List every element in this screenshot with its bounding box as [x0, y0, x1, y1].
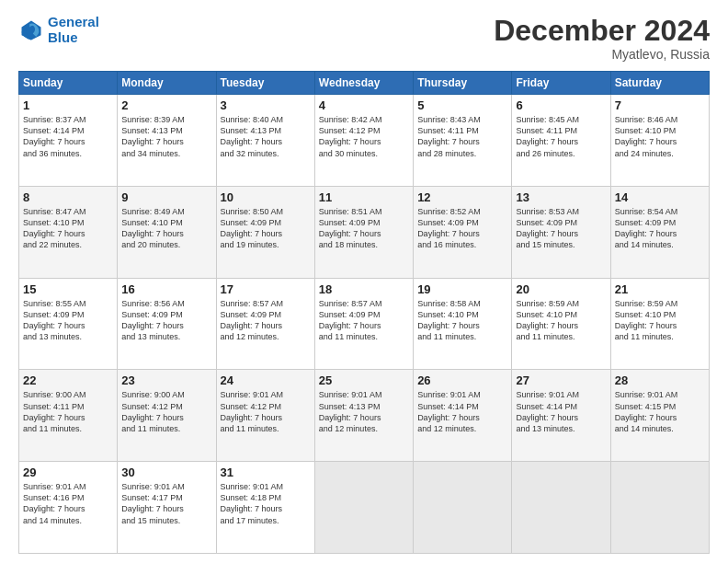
calendar-cell [610, 462, 709, 554]
day-info: Sunrise: 9:00 AM Sunset: 4:11 PM Dayligh… [23, 389, 113, 434]
calendar-header: SundayMondayTuesdayWednesdayThursdayFrid… [19, 72, 710, 95]
day-number: 7 [615, 98, 705, 112]
calendar-table: SundayMondayTuesdayWednesdayThursdayFrid… [18, 71, 710, 554]
day-number: 30 [121, 465, 211, 479]
day-info: Sunrise: 8:55 AM Sunset: 4:09 PM Dayligh… [23, 298, 113, 343]
calendar-cell: 31Sunrise: 9:01 AM Sunset: 4:18 PM Dayli… [216, 462, 314, 554]
calendar-cell [314, 462, 413, 554]
day-info: Sunrise: 9:01 AM Sunset: 4:14 PM Dayligh… [417, 389, 507, 434]
calendar-cell: 6Sunrise: 8:45 AM Sunset: 4:11 PM Daylig… [512, 95, 610, 187]
calendar-cell: 12Sunrise: 8:52 AM Sunset: 4:09 PM Dayli… [414, 186, 512, 278]
day-number: 31 [221, 465, 311, 479]
logo-text: General Blue [48, 15, 99, 45]
calendar-cell: 15Sunrise: 8:55 AM Sunset: 4:09 PM Dayli… [19, 278, 118, 370]
day-number: 25 [319, 373, 409, 387]
location-subtitle: Myatlevo, Russia [494, 47, 710, 62]
day-info: Sunrise: 8:53 AM Sunset: 4:09 PM Dayligh… [516, 206, 606, 251]
calendar-body: 1Sunrise: 8:37 AM Sunset: 4:14 PM Daylig… [19, 95, 710, 554]
day-number: 11 [319, 190, 409, 204]
calendar-cell: 9Sunrise: 8:49 AM Sunset: 4:10 PM Daylig… [118, 186, 216, 278]
calendar-cell: 4Sunrise: 8:42 AM Sunset: 4:12 PM Daylig… [314, 95, 413, 187]
title-block: December 2024 Myatlevo, Russia [494, 15, 710, 62]
col-header-monday: Monday [118, 72, 216, 95]
calendar-cell: 25Sunrise: 9:01 AM Sunset: 4:13 PM Dayli… [314, 370, 413, 462]
day-info: Sunrise: 8:43 AM Sunset: 4:11 PM Dayligh… [417, 114, 507, 159]
day-info: Sunrise: 8:49 AM Sunset: 4:10 PM Dayligh… [121, 206, 211, 251]
day-info: Sunrise: 8:57 AM Sunset: 4:09 PM Dayligh… [319, 298, 409, 343]
day-number: 15 [23, 282, 113, 296]
calendar-cell: 29Sunrise: 9:01 AM Sunset: 4:16 PM Dayli… [19, 462, 118, 554]
calendar-cell: 26Sunrise: 9:01 AM Sunset: 4:14 PM Dayli… [414, 370, 512, 462]
calendar-cell: 10Sunrise: 8:50 AM Sunset: 4:09 PM Dayli… [216, 186, 314, 278]
calendar-cell: 22Sunrise: 9:00 AM Sunset: 4:11 PM Dayli… [19, 370, 118, 462]
day-number: 3 [221, 98, 311, 112]
col-header-tuesday: Tuesday [216, 72, 314, 95]
day-number: 4 [319, 98, 409, 112]
day-number: 16 [121, 282, 211, 296]
calendar-cell: 11Sunrise: 8:51 AM Sunset: 4:09 PM Dayli… [314, 186, 413, 278]
week-row-0: 1Sunrise: 8:37 AM Sunset: 4:14 PM Daylig… [19, 95, 710, 187]
day-number: 2 [121, 98, 211, 112]
calendar-cell: 17Sunrise: 8:57 AM Sunset: 4:09 PM Dayli… [216, 278, 314, 370]
day-number: 6 [516, 98, 606, 112]
day-info: Sunrise: 8:58 AM Sunset: 4:10 PM Dayligh… [417, 298, 507, 343]
calendar-cell: 3Sunrise: 8:40 AM Sunset: 4:13 PM Daylig… [216, 95, 314, 187]
day-number: 29 [23, 465, 113, 479]
calendar-cell: 18Sunrise: 8:57 AM Sunset: 4:09 PM Dayli… [314, 278, 413, 370]
day-info: Sunrise: 8:46 AM Sunset: 4:10 PM Dayligh… [615, 114, 705, 159]
day-info: Sunrise: 8:45 AM Sunset: 4:11 PM Dayligh… [516, 114, 606, 159]
day-number: 23 [121, 373, 211, 387]
day-info: Sunrise: 8:59 AM Sunset: 4:10 PM Dayligh… [615, 298, 705, 343]
logo: General Blue [18, 15, 99, 45]
day-info: Sunrise: 9:01 AM Sunset: 4:12 PM Dayligh… [221, 389, 311, 434]
calendar-cell: 7Sunrise: 8:46 AM Sunset: 4:10 PM Daylig… [610, 95, 709, 187]
day-info: Sunrise: 8:37 AM Sunset: 4:14 PM Dayligh… [23, 114, 113, 159]
day-number: 27 [516, 373, 606, 387]
day-number: 14 [615, 190, 705, 204]
day-number: 9 [121, 190, 211, 204]
col-header-thursday: Thursday [414, 72, 512, 95]
header: General Blue December 2024 Myatlevo, Rus… [18, 15, 710, 62]
calendar-cell: 20Sunrise: 8:59 AM Sunset: 4:10 PM Dayli… [512, 278, 610, 370]
day-info: Sunrise: 8:39 AM Sunset: 4:13 PM Dayligh… [121, 114, 211, 159]
day-info: Sunrise: 8:52 AM Sunset: 4:09 PM Dayligh… [417, 206, 507, 251]
calendar-cell: 21Sunrise: 8:59 AM Sunset: 4:10 PM Dayli… [610, 278, 709, 370]
calendar-cell: 2Sunrise: 8:39 AM Sunset: 4:13 PM Daylig… [118, 95, 216, 187]
col-header-friday: Friday [512, 72, 610, 95]
day-number: 28 [615, 373, 705, 387]
day-info: Sunrise: 8:50 AM Sunset: 4:09 PM Dayligh… [221, 206, 311, 251]
week-row-4: 29Sunrise: 9:01 AM Sunset: 4:16 PM Dayli… [19, 462, 710, 554]
calendar-cell: 24Sunrise: 9:01 AM Sunset: 4:12 PM Dayli… [216, 370, 314, 462]
day-info: Sunrise: 9:01 AM Sunset: 4:16 PM Dayligh… [23, 481, 113, 526]
day-number: 5 [417, 98, 507, 112]
day-number: 20 [516, 282, 606, 296]
day-number: 21 [615, 282, 705, 296]
calendar-cell: 8Sunrise: 8:47 AM Sunset: 4:10 PM Daylig… [19, 186, 118, 278]
calendar-cell: 23Sunrise: 9:00 AM Sunset: 4:12 PM Dayli… [118, 370, 216, 462]
day-info: Sunrise: 9:01 AM Sunset: 4:15 PM Dayligh… [615, 389, 705, 434]
calendar-cell: 13Sunrise: 8:53 AM Sunset: 4:09 PM Dayli… [512, 186, 610, 278]
day-number: 18 [319, 282, 409, 296]
week-row-2: 15Sunrise: 8:55 AM Sunset: 4:09 PM Dayli… [19, 278, 710, 370]
week-row-3: 22Sunrise: 9:00 AM Sunset: 4:11 PM Dayli… [19, 370, 710, 462]
day-number: 26 [417, 373, 507, 387]
day-info: Sunrise: 8:47 AM Sunset: 4:10 PM Dayligh… [23, 206, 113, 251]
col-header-wednesday: Wednesday [314, 72, 413, 95]
day-number: 10 [221, 190, 311, 204]
calendar-cell: 27Sunrise: 9:01 AM Sunset: 4:14 PM Dayli… [512, 370, 610, 462]
calendar-cell: 30Sunrise: 9:01 AM Sunset: 4:17 PM Dayli… [118, 462, 216, 554]
calendar-cell: 16Sunrise: 8:56 AM Sunset: 4:09 PM Dayli… [118, 278, 216, 370]
day-info: Sunrise: 9:01 AM Sunset: 4:18 PM Dayligh… [221, 481, 311, 526]
col-header-sunday: Sunday [19, 72, 118, 95]
day-info: Sunrise: 8:56 AM Sunset: 4:09 PM Dayligh… [121, 298, 211, 343]
day-number: 22 [23, 373, 113, 387]
day-number: 8 [23, 190, 113, 204]
calendar-cell: 1Sunrise: 8:37 AM Sunset: 4:14 PM Daylig… [19, 95, 118, 187]
day-info: Sunrise: 9:01 AM Sunset: 4:14 PM Dayligh… [516, 389, 606, 434]
day-info: Sunrise: 9:01 AM Sunset: 4:13 PM Dayligh… [319, 389, 409, 434]
calendar-cell [414, 462, 512, 554]
day-number: 1 [23, 98, 113, 112]
week-row-1: 8Sunrise: 8:47 AM Sunset: 4:10 PM Daylig… [19, 186, 710, 278]
day-info: Sunrise: 8:42 AM Sunset: 4:12 PM Dayligh… [319, 114, 409, 159]
calendar-cell: 19Sunrise: 8:58 AM Sunset: 4:10 PM Dayli… [414, 278, 512, 370]
